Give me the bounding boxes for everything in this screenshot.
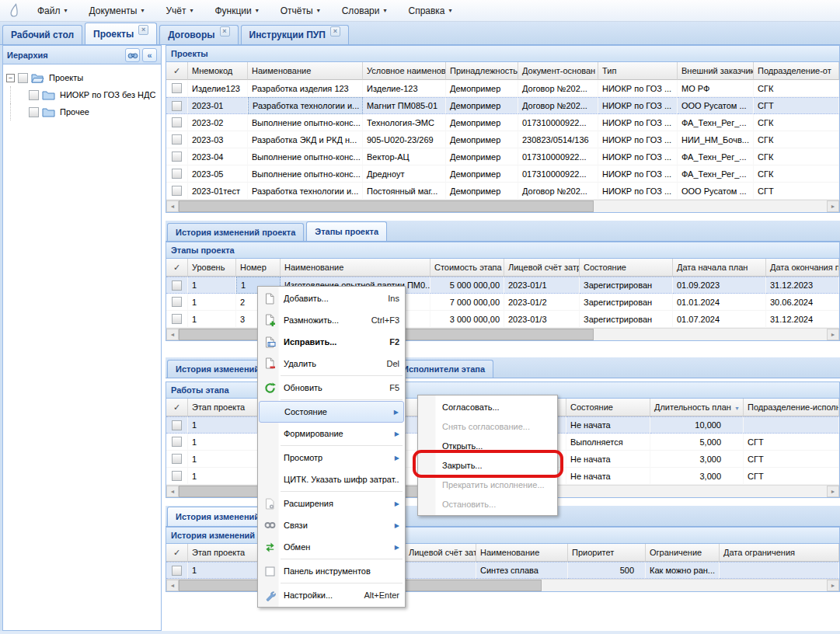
scroll-left-icon[interactable]: ◄ — [166, 329, 179, 340]
column-header[interactable]: Этап проекта — [188, 544, 266, 562]
menu-item-settings[interactable]: Настройки... Alt+Enter — [259, 584, 404, 606]
menu-reports[interactable]: Отчёты▾ — [271, 2, 329, 19]
tree-node-other[interactable]: Прочее — [5, 103, 159, 120]
column-header[interactable]: Наименование — [281, 259, 430, 277]
row-checkbox[interactable] — [172, 101, 182, 111]
tab-instructions[interactable]: Инструкции ПУП× — [241, 25, 349, 44]
column-header[interactable]: Подразделение-от — [754, 62, 839, 80]
column-header[interactable]: Документ-основан — [518, 62, 598, 80]
column-header[interactable]: Ограничение — [646, 544, 720, 562]
column-header[interactable]: Лицевой счёт затрат. — [504, 259, 580, 277]
tab-project-history[interactable]: История изменений проекта — [167, 223, 304, 241]
menu-item-extensions[interactable]: Расширения ▶ — [259, 493, 404, 514]
table-row[interactable]: 2023-01тест Разработка технологии и... П… — [166, 183, 839, 200]
column-header[interactable]: Дата ограничения — [720, 544, 839, 562]
menu-item-delete[interactable]: Удалить Del — [259, 353, 404, 374]
expander-minus-icon[interactable]: − — [6, 74, 15, 82]
table-row[interactable]: 2023-04 Выполнение опытно-конс... Вектор… — [166, 148, 839, 165]
tree-checkbox[interactable] — [18, 73, 28, 83]
menu-item-citk[interactable]: ЦИТК. Указать шифр затрат... — [259, 469, 404, 490]
row-checkbox[interactable] — [172, 314, 182, 324]
select-all-header[interactable]: ✓ — [166, 399, 188, 416]
menu-item-refresh[interactable]: Обновить F5 — [259, 377, 404, 399]
row-checkbox[interactable] — [172, 280, 182, 291]
scroll-left-icon[interactable]: ◄ — [166, 200, 179, 212]
scroll-right-icon[interactable]: ► — [827, 200, 839, 212]
column-header[interactable]: Наименование — [248, 62, 363, 80]
row-checkbox[interactable] — [172, 152, 182, 162]
tab-project-stages[interactable]: Этапы проекта — [306, 221, 387, 241]
table-row[interactable]: 2023-01 Разработка технологии и... Магни… — [166, 97, 839, 114]
column-header[interactable]: Номер — [236, 259, 281, 277]
tree-node-projects[interactable]: − Проекты — [5, 69, 159, 86]
column-header-sorted[interactable]: Длительность план▼ — [650, 399, 744, 416]
column-header[interactable]: Дата окончания п — [766, 259, 839, 277]
scrollbar-thumb[interactable] — [179, 200, 594, 212]
column-header[interactable]: Наименование — [476, 544, 568, 562]
menu-file[interactable]: Файл▾ — [28, 2, 77, 19]
scroll-left-icon[interactable]: ◄ — [166, 486, 179, 497]
tab-desktop[interactable]: Рабочий стол — [2, 25, 82, 44]
column-header[interactable]: Тип — [598, 62, 678, 80]
tab-stage-executors[interactable]: Исполнители этапа — [394, 360, 493, 378]
scroll-right-icon[interactable]: ► — [827, 486, 839, 497]
menu-help[interactable]: Справка▾ — [399, 2, 461, 19]
column-header[interactable]: Лицевой счёт затр — [405, 544, 476, 562]
table-row[interactable]: Изделие123 Разработка изделия 123 Издели… — [166, 80, 839, 97]
row-checkbox[interactable] — [172, 186, 182, 196]
column-header[interactable]: Уровень — [188, 259, 236, 277]
menu-item-state[interactable]: Состояние ▶ — [259, 401, 404, 423]
menu-item-view[interactable]: Просмотр ▶ — [259, 447, 404, 469]
column-header[interactable]: Состояние — [580, 259, 673, 277]
table-row[interactable]: 2023-03 Разработка ЭКД и РКД н... 905-U0… — [166, 131, 839, 148]
column-header[interactable]: Подразделение-исполн — [744, 399, 839, 416]
menu-documents[interactable]: Документы▾ — [80, 2, 154, 19]
column-header[interactable]: Этап проекта — [188, 399, 266, 416]
row-checkbox[interactable] — [172, 134, 182, 145]
row-checkbox[interactable] — [172, 169, 182, 179]
close-icon[interactable]: × — [330, 26, 340, 37]
horizontal-scrollbar[interactable]: ◄ ► — [166, 200, 839, 212]
column-header[interactable]: Условное наименова — [363, 62, 446, 80]
select-all-header[interactable]: ✓ — [166, 62, 188, 80]
scroll-right-icon[interactable]: ► — [827, 329, 839, 340]
tree-node-niokr[interactable]: НИОКР по ГОЗ без НДС — [5, 86, 159, 103]
submenu-item-approve[interactable]: Согласовать... — [419, 397, 556, 416]
submenu-item-close[interactable]: Закрыть... — [419, 455, 556, 475]
submenu-item-open[interactable]: Открыть... — [419, 436, 556, 455]
select-all-header[interactable]: ✓ — [166, 259, 188, 277]
column-header[interactable]: Стоимость этапа — [430, 259, 504, 277]
tree-checkbox[interactable] — [29, 107, 39, 117]
menu-accounting[interactable]: Учёт▾ — [156, 2, 202, 19]
select-all-header[interactable]: ✓ — [166, 544, 188, 562]
search-icon[interactable] — [125, 48, 140, 62]
row-checkbox[interactable] — [172, 117, 182, 127]
column-header[interactable]: Внешний заказчик — [678, 62, 754, 80]
column-header[interactable]: Приоритет — [568, 544, 646, 562]
table-row[interactable]: 2023-02 Выполнение опытно-конс... Технол… — [166, 114, 839, 131]
column-header[interactable]: Принадлежность — [446, 62, 518, 80]
tab-contracts[interactable]: Договоры× — [159, 25, 238, 44]
menu-item-duplicate[interactable]: Размножить... Ctrl+F3 — [259, 309, 404, 331]
table-row[interactable]: 2023-05 Выполнение опытно-конс... Дредно… — [166, 165, 839, 183]
menu-dictionaries[interactable]: Словари▾ — [333, 2, 396, 19]
scroll-left-icon[interactable]: ◄ — [166, 580, 179, 591]
row-checkbox[interactable] — [172, 83, 182, 93]
close-icon[interactable]: × — [220, 26, 230, 37]
menu-item-links[interactable]: Связи ▶ — [259, 514, 404, 536]
row-checkbox[interactable] — [172, 437, 182, 447]
close-icon[interactable]: × — [138, 25, 148, 35]
tree-checkbox[interactable] — [29, 90, 39, 100]
row-checkbox[interactable] — [172, 297, 182, 307]
column-header[interactable]: Состояние — [566, 399, 650, 416]
menu-item-toolbar[interactable]: Панель инструментов — [259, 560, 404, 582]
menu-functions[interactable]: Функции▾ — [205, 2, 267, 19]
row-checkbox[interactable] — [172, 566, 182, 576]
scroll-right-icon[interactable]: ► — [827, 580, 839, 591]
menu-item-add[interactable]: Добавить... Ins — [259, 287, 404, 309]
menu-item-exchange[interactable]: Обмен ▶ — [259, 536, 404, 558]
row-checkbox[interactable] — [172, 420, 182, 430]
row-checkbox[interactable] — [172, 454, 182, 464]
scrollbar-track[interactable] — [179, 200, 827, 212]
column-header[interactable]: Мнемокод — [188, 62, 248, 80]
